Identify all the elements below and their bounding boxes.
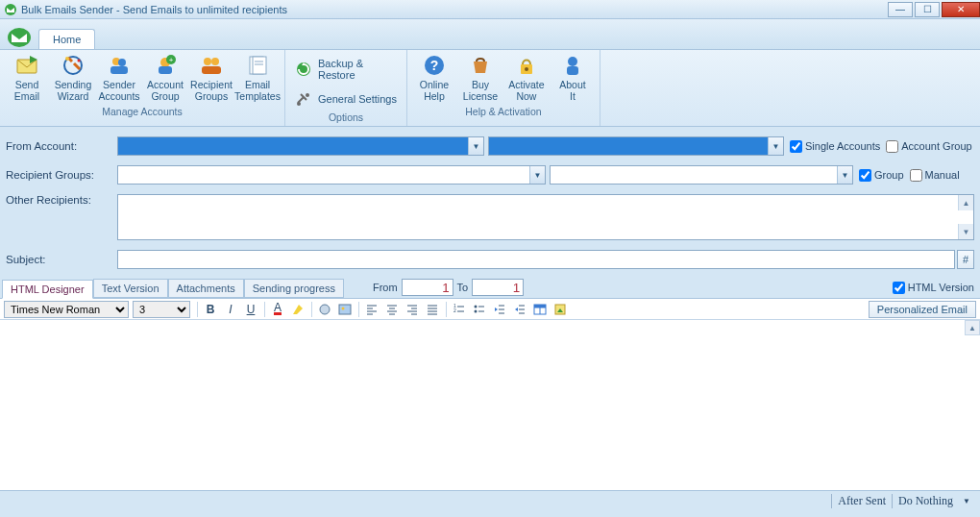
highlight-button[interactable] <box>288 301 307 318</box>
tab-attachments[interactable]: Attachments <box>168 279 244 298</box>
status-bar: After Sent Do Nothing ▼ <box>0 491 980 510</box>
minimize-button[interactable]: — <box>888 2 913 17</box>
maximize-button[interactable]: ☐ <box>915 2 940 17</box>
after-sent-select[interactable]: Do Nothing <box>892 494 959 508</box>
bullet-list-button[interactable] <box>470 301 489 318</box>
svg-point-29 <box>320 305 330 314</box>
online-help-button[interactable]: ?Online Help <box>411 52 457 104</box>
align-right-button[interactable] <box>403 301 422 318</box>
table-button[interactable] <box>530 301 550 318</box>
close-button[interactable]: ✕ <box>942 2 980 17</box>
indent-button[interactable] <box>510 301 529 318</box>
to-label: To <box>457 282 469 293</box>
title-bar: Bulk Emails Sender - Send Emails to unli… <box>0 0 980 19</box>
recipient-group-combo-1[interactable]: ▼ <box>117 165 546 185</box>
svg-rect-10 <box>159 66 172 74</box>
scroll-up-icon[interactable]: ▲ <box>965 320 980 335</box>
chevron-down-icon[interactable]: ▼ <box>768 137 783 155</box>
email-templates-button[interactable]: Email Templates <box>234 52 281 104</box>
other-recipients-textarea[interactable]: ▲ ▼ <box>117 194 974 240</box>
sending-wizard-button[interactable]: Sending Wizard <box>50 52 96 104</box>
subject-input[interactable] <box>117 250 955 269</box>
from-account-combo-2[interactable]: ▼ <box>488 136 784 156</box>
align-center-button[interactable] <box>382 301 402 318</box>
compose-form: From Account: ▼ ▼ Single Accounts Accoun… <box>0 127 980 277</box>
editor-body[interactable]: ▲ <box>0 320 980 491</box>
svg-rect-28 <box>567 66 578 75</box>
svg-point-22 <box>297 102 301 106</box>
from-input[interactable] <box>402 279 453 296</box>
quick-access-strip: Home <box>0 19 980 50</box>
tab-sending-progress[interactable]: Sending progress <box>244 279 344 298</box>
from-account-combo-1[interactable]: ▼ <box>117 136 484 156</box>
manual-checkbox[interactable]: Manual <box>910 169 960 182</box>
subject-tag-button[interactable]: # <box>957 250 974 269</box>
scroll-up-icon[interactable]: ▲ <box>958 195 973 210</box>
from-account-label: From Account: <box>6 140 117 152</box>
about-it-button[interactable]: About It <box>550 52 596 104</box>
numbered-list-button[interactable]: 12 <box>450 301 469 318</box>
svg-point-7 <box>118 59 126 66</box>
insert-button[interactable] <box>551 301 570 318</box>
single-accounts-checkbox[interactable]: Single Accounts <box>790 140 880 153</box>
svg-point-52 <box>475 305 478 308</box>
font-color-button[interactable]: A <box>268 301 287 318</box>
chevron-down-icon[interactable]: ▼ <box>468 137 483 155</box>
tab-html-designer[interactable]: HTML Designer <box>2 280 93 299</box>
group-label: Options <box>289 110 403 126</box>
svg-point-26 <box>525 67 528 71</box>
account-group-checkbox[interactable]: Account Group <box>886 140 971 153</box>
app-icon <box>4 3 17 16</box>
html-version-checkbox[interactable]: HTML Version <box>893 282 974 294</box>
tab-home[interactable]: Home <box>38 29 95 49</box>
personalized-email-button[interactable]: Personalized Email <box>869 301 976 318</box>
window-title: Bulk Emails Sender - Send Emails to unli… <box>21 4 886 15</box>
chevron-down-icon[interactable]: ▼ <box>529 166 545 184</box>
activate-now-button[interactable]: Activate Now <box>503 52 550 104</box>
ribbon-group-help-activation: ?Online Help Buy License Activate Now Ab… <box>407 50 600 126</box>
svg-rect-8 <box>110 66 128 74</box>
bold-button[interactable]: B <box>201 301 220 318</box>
svg-point-13 <box>204 58 211 65</box>
font-family-select[interactable]: Times New Roman <box>4 301 129 318</box>
group-checkbox[interactable]: Group <box>859 169 904 182</box>
svg-rect-17 <box>253 57 266 74</box>
svg-point-31 <box>342 307 345 309</box>
svg-point-4 <box>65 57 69 61</box>
link-button[interactable] <box>315 301 334 318</box>
scroll-down-icon[interactable]: ▼ <box>958 224 973 239</box>
group-label: Manage Accounts <box>4 104 281 120</box>
chevron-down-icon[interactable]: ▼ <box>959 497 974 505</box>
svg-point-5 <box>78 60 81 62</box>
image-button[interactable] <box>335 301 355 318</box>
svg-text:+: + <box>169 56 174 64</box>
chevron-down-icon[interactable]: ▼ <box>837 166 852 184</box>
align-justify-button[interactable] <box>423 301 442 318</box>
from-label: From <box>373 282 398 293</box>
outdent-button[interactable] <box>490 301 509 318</box>
send-email-button[interactable]: Send Email <box>4 52 50 104</box>
sender-accounts-button[interactable]: Sender Accounts <box>96 52 142 104</box>
svg-point-21 <box>306 93 309 97</box>
tab-text-version[interactable]: Text Version <box>93 279 168 298</box>
align-left-button[interactable] <box>362 301 381 318</box>
backup-restore-button[interactable]: Backup & Restore <box>289 56 403 83</box>
svg-text:?: ? <box>430 58 439 73</box>
font-size-select[interactable]: 3 <box>133 301 190 318</box>
svg-point-1 <box>8 28 31 47</box>
svg-text:2: 2 <box>453 308 456 313</box>
underline-button[interactable]: U <box>241 301 260 318</box>
app-logo-icon <box>6 26 33 49</box>
to-input[interactable] <box>472 279 524 296</box>
svg-point-53 <box>475 309 478 312</box>
recipient-group-combo-2[interactable]: ▼ <box>550 165 853 185</box>
general-settings-button[interactable]: General Settings <box>289 88 403 110</box>
editor-tabs-row: HTML Designer Text Version Attachments S… <box>0 277 980 299</box>
after-sent-label: After Sent <box>831 494 892 508</box>
svg-rect-65 <box>534 305 546 308</box>
buy-license-button[interactable]: Buy License <box>457 52 503 104</box>
recipient-groups-button[interactable]: Recipient Groups <box>188 52 234 104</box>
recipient-groups-label: Recipient Groups: <box>6 169 117 181</box>
account-group-button[interactable]: +Account Group <box>142 52 188 104</box>
italic-button[interactable]: I <box>221 301 240 318</box>
